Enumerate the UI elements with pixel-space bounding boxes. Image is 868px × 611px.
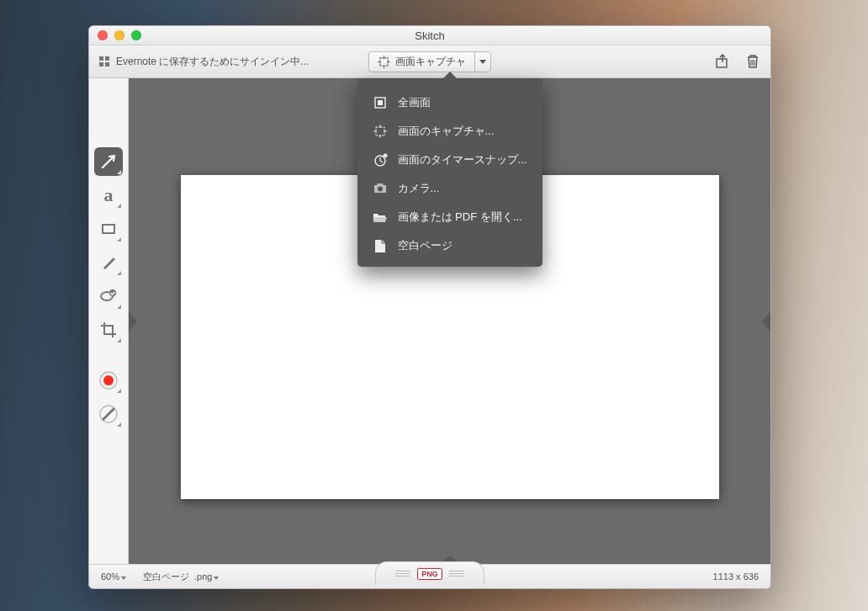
grip-lines-icon — [449, 571, 464, 576]
tool-arrow[interactable] — [94, 147, 123, 176]
submenu-indicator-icon — [117, 422, 121, 427]
menu-item-fullscreen[interactable]: 全画面 — [357, 88, 542, 117]
window-title: Skitch — [89, 29, 770, 42]
svg-rect-9 — [103, 225, 114, 233]
app-window: Skitch Evernote に保存するためにサインイン中... 画面キャプチ… — [88, 25, 771, 589]
svg-point-26 — [378, 187, 383, 192]
submenu-indicator-icon — [117, 338, 121, 343]
submenu-indicator-icon — [117, 237, 121, 242]
camera-icon — [373, 181, 388, 196]
capture-split-button: 画面キャプチャ — [368, 51, 491, 72]
canvas-area: 全画面 画面のキャプチャ... + 画面のタイマースナップ... — [129, 78, 770, 564]
marker-icon — [100, 254, 117, 271]
svg-rect-5 — [717, 59, 727, 67]
evernote-status-text: Evernote に保存するためにサインイン中... — [116, 55, 309, 69]
capture-button[interactable]: 画面キャプチャ — [368, 51, 474, 72]
fullscreen-icon — [373, 95, 388, 110]
grid-icon — [99, 56, 109, 66]
svg-rect-17 — [378, 100, 383, 105]
submenu-indicator-icon — [117, 170, 121, 174]
tool-crop[interactable] — [94, 316, 123, 344]
capture-label: 画面キャプチャ — [395, 55, 466, 69]
trash-button[interactable] — [745, 54, 760, 69]
menu-label: 画面のキャプチャ... — [398, 124, 495, 139]
rectangle-icon — [100, 220, 117, 237]
document-name[interactable]: 空白ページ — [143, 571, 189, 583]
color-picker[interactable] — [94, 366, 123, 395]
blank-page-icon — [373, 238, 388, 253]
titlebar: Skitch — [89, 26, 770, 45]
file-extension[interactable]: .png — [194, 571, 219, 582]
capture-dropdown-menu: 全画面 画面のキャプチャ... + 画面のタイマースナップ... — [357, 78, 542, 267]
menu-label: 画面のタイマースナップ... — [398, 152, 527, 167]
crop-icon — [100, 321, 117, 338]
canvas-dimensions: 1113 x 636 — [713, 571, 759, 582]
panel-handle-left[interactable] — [129, 311, 137, 332]
menu-item-open-image-pdf[interactable]: 画像または PDF を開く... — [357, 203, 542, 231]
timer-icon: + — [373, 152, 388, 167]
tool-text[interactable]: a — [94, 181, 123, 210]
menu-item-blank-page[interactable]: 空白ページ — [357, 231, 542, 260]
menu-label: 画像または PDF を開く... — [398, 210, 522, 225]
crosshair-icon — [378, 56, 390, 68]
toolbar: Evernote に保存するためにサインイン中... 画面キャプチャ — [89, 45, 770, 78]
capture-dropdown-toggle[interactable] — [474, 51, 491, 72]
menu-label: 空白ページ — [398, 238, 453, 253]
tool-pixelate[interactable] — [94, 282, 123, 311]
body: a — [89, 78, 770, 564]
submenu-indicator-icon — [117, 204, 121, 208]
text-icon: a — [104, 184, 114, 206]
submenu-indicator-icon — [117, 271, 121, 275]
svg-rect-18 — [376, 127, 384, 135]
tool-sidebar: a — [89, 78, 129, 564]
file-type-badge: PNG — [417, 568, 442, 580]
svg-line-15 — [103, 409, 114, 419]
svg-rect-0 — [380, 57, 388, 65]
trash-icon — [746, 54, 760, 69]
menu-label: カメラ... — [398, 181, 440, 196]
svg-point-13 — [103, 375, 114, 385]
chevron-down-icon — [121, 576, 126, 580]
folder-open-icon — [373, 210, 388, 225]
menu-item-camera[interactable]: カメラ... — [357, 174, 542, 203]
menu-label: 全画面 — [398, 95, 431, 110]
grip-lines-icon — [395, 571, 410, 576]
arrow-icon — [99, 152, 118, 171]
share-button[interactable] — [715, 54, 730, 69]
crosshair-icon — [373, 124, 388, 139]
pixelate-icon — [99, 287, 118, 306]
tool-marker[interactable] — [94, 248, 123, 277]
chevron-down-icon — [214, 576, 219, 580]
panel-handle-right[interactable] — [762, 311, 770, 332]
menu-item-timer-snap[interactable]: + 画面のタイマースナップ... — [357, 146, 542, 174]
submenu-indicator-icon — [117, 305, 121, 309]
chevron-down-icon — [479, 60, 486, 64]
menu-item-screen-capture[interactable]: 画面のキャプチャ... — [357, 117, 542, 146]
statusbar: 60% 空白ページ .png PNG 1113 x 636 — [89, 564, 770, 588]
share-icon — [715, 54, 730, 69]
submenu-indicator-icon — [117, 389, 121, 393]
drag-export-tab[interactable]: PNG — [375, 561, 484, 585]
svg-point-11 — [109, 290, 116, 296]
tool-shape[interactable] — [94, 215, 123, 243]
zoom-level[interactable]: 60% — [101, 571, 126, 582]
stroke-width-picker[interactable] — [94, 400, 123, 428]
evernote-signin-status[interactable]: Evernote に保存するためにサインイン中... — [99, 55, 309, 69]
